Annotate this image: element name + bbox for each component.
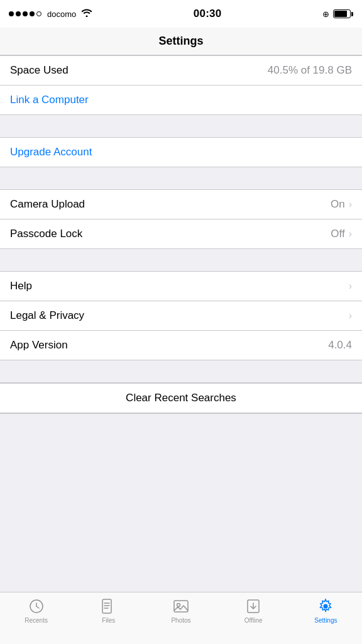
camera-upload-chevron: › — [349, 199, 352, 210]
photos-tab-label: Photos — [171, 617, 190, 624]
photos-icon — [172, 597, 190, 615]
tab-photos[interactable]: Photos — [145, 597, 217, 624]
signal-dot-1 — [9, 11, 14, 16]
tab-bar: Recents Files Photos — [0, 592, 362, 644]
section-clear-searches: Clear Recent Searches — [0, 382, 362, 414]
status-bar-right: ⊕ — [322, 9, 353, 19]
svg-line-2 — [36, 606, 39, 608]
settings-icon — [317, 597, 334, 615]
upgrade-account-label: Upgrade Account — [10, 146, 92, 158]
legal-privacy-value-group: › — [349, 310, 352, 321]
link-computer-row[interactable]: Link a Computer — [0, 86, 362, 114]
files-icon — [100, 597, 118, 615]
recents-tab-label: Recents — [25, 617, 48, 624]
link-computer-label: Link a Computer — [10, 94, 89, 106]
separator-3 — [0, 249, 362, 271]
space-used-value: 40.5% of 19.8 GB — [268, 64, 352, 77]
passcode-lock-value-group: Off › — [331, 228, 352, 240]
help-value-group: › — [349, 280, 352, 292]
legal-privacy-label: Legal & Privacy — [10, 309, 84, 322]
status-bar-left: docomo — [9, 8, 92, 20]
upgrade-account-row[interactable]: Upgrade Account — [0, 138, 362, 167]
tab-offline[interactable]: Offline — [217, 597, 290, 624]
wifi-icon — [81, 8, 92, 20]
passcode-lock-value: Off — [331, 228, 344, 240]
separator-5 — [0, 414, 362, 436]
offline-icon — [244, 597, 262, 615]
status-bar-time: 00:30 — [194, 8, 222, 20]
battery-tip — [351, 12, 353, 16]
section-help-legal: Help › Legal & Privacy › App Version 4.0… — [0, 271, 362, 360]
legal-privacy-row[interactable]: Legal & Privacy › — [0, 301, 362, 331]
camera-upload-value-group: On › — [331, 198, 352, 211]
passcode-lock-chevron: › — [349, 228, 352, 240]
app-version-label: App Version — [10, 339, 68, 352]
passcode-lock-label: Passcode Lock — [10, 228, 82, 240]
files-tab-label: Files — [102, 617, 115, 624]
signal-dot-3 — [23, 11, 28, 16]
tab-recents[interactable]: Recents — [0, 597, 72, 624]
signal-dot-5 — [36, 11, 41, 16]
section-camera-passcode: Camera Upload On › Passcode Lock Off › — [0, 189, 362, 249]
section-storage: Space Used 40.5% of 19.8 GB Link a Compu… — [0, 55, 362, 115]
svg-point-8 — [177, 604, 180, 607]
tab-files[interactable]: Files — [72, 597, 145, 624]
page-content: Space Used 40.5% of 19.8 GB Link a Compu… — [0, 55, 362, 488]
signal-strength — [9, 11, 41, 16]
status-bar: docomo 00:30 ⊕ — [0, 0, 362, 28]
camera-upload-label: Camera Upload — [10, 198, 85, 211]
legal-privacy-chevron: › — [349, 310, 352, 321]
camera-upload-value: On — [331, 198, 345, 211]
svg-rect-3 — [102, 599, 111, 613]
svg-point-11 — [324, 604, 328, 609]
settings-tab-label: Settings — [314, 617, 337, 624]
recents-icon — [28, 597, 45, 615]
battery-body — [333, 9, 351, 18]
battery-indicator — [333, 9, 353, 18]
space-used-label: Space Used — [10, 64, 69, 77]
battery-fill — [334, 11, 347, 17]
orientation-lock-icon: ⊕ — [322, 9, 329, 19]
app-version-row: App Version 4.0.4 — [0, 331, 362, 360]
help-chevron: › — [349, 280, 352, 292]
carrier-label: docomo — [47, 9, 76, 19]
clear-searches-label: Clear Recent Searches — [126, 392, 236, 404]
signal-dot-2 — [16, 11, 21, 16]
help-label: Help — [10, 280, 32, 292]
section-upgrade: Upgrade Account — [0, 137, 362, 167]
camera-upload-row[interactable]: Camera Upload On › — [0, 190, 362, 219]
space-used-row: Space Used 40.5% of 19.8 GB — [0, 56, 362, 86]
separator-1 — [0, 115, 362, 137]
tab-settings[interactable]: Settings — [290, 597, 362, 624]
app-version-value: 4.0.4 — [328, 339, 352, 352]
separator-2 — [0, 167, 362, 189]
help-row[interactable]: Help › — [0, 272, 362, 301]
signal-dot-4 — [30, 11, 35, 16]
passcode-lock-row[interactable]: Passcode Lock Off › — [0, 219, 362, 248]
offline-tab-label: Offline — [244, 617, 263, 624]
clear-searches-row[interactable]: Clear Recent Searches — [0, 383, 362, 413]
page-title: Settings — [158, 35, 203, 48]
svg-rect-7 — [174, 601, 188, 612]
nav-title-bar: Settings — [0, 28, 362, 55]
separator-4 — [0, 360, 362, 382]
